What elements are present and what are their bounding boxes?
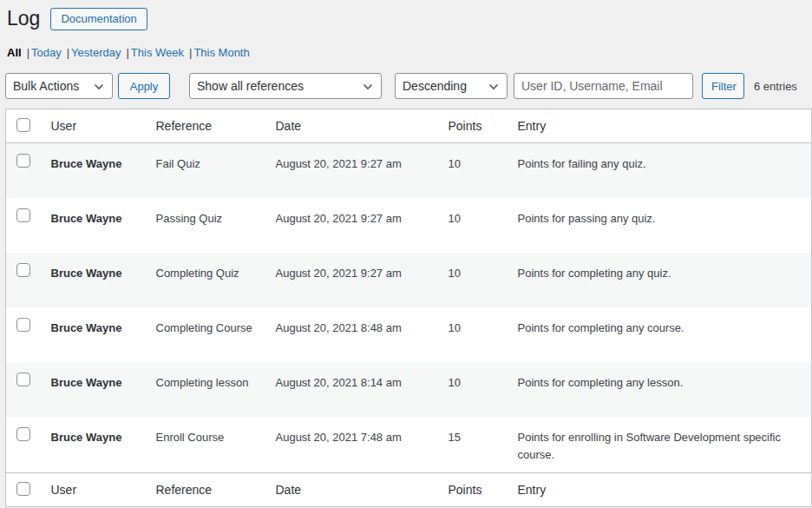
cell-date: August 20, 2021 7:48 am (269, 417, 442, 473)
filter-item: This Week | (131, 46, 194, 59)
table-row: Bruce Wayne Completing Course August 20,… (6, 307, 812, 362)
row-checkbox[interactable] (16, 373, 30, 386)
column-header-user: User (44, 109, 149, 143)
column-header-points: Points (442, 109, 511, 143)
table-row: Bruce Wayne Fail Quiz August 20, 2021 9:… (6, 143, 812, 198)
cell-points: 15 (442, 417, 511, 473)
filter-link-this-month[interactable]: This Month (193, 46, 249, 59)
footer-column-user: User (44, 473, 149, 507)
column-header-date: Date (269, 109, 442, 143)
documentation-button[interactable]: Documentation (50, 8, 147, 31)
bulk-actions-select[interactable]: Bulk Actions (5, 73, 113, 99)
filter-link-this-week[interactable]: This Week (131, 46, 184, 59)
cell-date: August 20, 2021 8:48 am (269, 307, 442, 362)
filter-separator: | (189, 46, 192, 59)
cell-reference: Enroll Course (149, 417, 269, 473)
cell-reference: Completing lesson (149, 362, 269, 417)
table-footer: User Reference Date Points Entry (6, 473, 812, 507)
order-select-wrap: Descending (395, 73, 508, 99)
cell-points: 10 (442, 307, 511, 362)
column-header-reference: Reference (149, 109, 269, 143)
cell-entry: Points for failing any quiz. (511, 143, 812, 198)
cell-reference: Completing Course (149, 307, 269, 362)
toolbar: Bulk Actions Apply Show all references D… (5, 73, 809, 99)
row-checkbox[interactable] (16, 263, 30, 277)
cell-points: 10 (442, 253, 511, 307)
date-filter-links: All | Today | Yesterday | This Week | Th… (7, 46, 809, 59)
filter-item: This Month (193, 46, 249, 59)
filter-item: All | (7, 46, 31, 59)
bulk-actions-select-wrap: Bulk Actions (5, 73, 113, 99)
search-input[interactable] (514, 73, 693, 99)
cell-entry: Points for completing any course. (511, 307, 812, 362)
cell-date: August 20, 2021 9:27 am (269, 198, 442, 253)
cell-reference: Fail Quiz (149, 143, 269, 198)
references-select-wrap: Show all references (189, 73, 382, 99)
cell-entry: Points for passing any quiz. (511, 198, 812, 253)
select-all-checkbox-bottom[interactable] (16, 482, 30, 496)
cell-entry: Points for completing any lesson. (511, 362, 812, 417)
footer-column-reference: Reference (149, 473, 269, 507)
filter-button[interactable]: Filter (702, 73, 744, 99)
footer-column-date: Date (269, 473, 442, 507)
table-row: Bruce Wayne Passing Quiz August 20, 2021… (6, 198, 812, 253)
cell-points: 10 (442, 362, 511, 417)
filter-separator: | (67, 46, 69, 59)
order-filter-select[interactable]: Descending (395, 73, 508, 99)
filter-separator: | (126, 46, 128, 59)
filter-item: Yesterday | (71, 46, 131, 59)
cell-user: Bruce Wayne (44, 307, 149, 362)
cell-reference: Completing Quiz (149, 253, 269, 307)
filter-link-all[interactable]: All (7, 46, 22, 59)
filter-item: Today | (31, 46, 71, 59)
column-header-entry: Entry (511, 109, 812, 143)
cell-date: August 20, 2021 9:27 am (269, 253, 442, 307)
apply-button[interactable]: Apply (118, 73, 170, 99)
cell-user: Bruce Wayne (44, 198, 149, 253)
cell-user: Bruce Wayne (44, 143, 149, 198)
entries-count: 6 entries (754, 80, 797, 93)
table-row: Bruce Wayne Completing lesson August 20,… (6, 362, 812, 417)
row-checkbox[interactable] (16, 154, 30, 168)
row-checkbox[interactable] (16, 318, 30, 332)
cell-user: Bruce Wayne (44, 362, 149, 417)
select-all-checkbox[interactable] (16, 118, 30, 132)
table-row: Bruce Wayne Enroll Course August 20, 202… (6, 417, 812, 473)
cell-user: Bruce Wayne (44, 253, 149, 307)
page-title: Log (7, 6, 40, 32)
table-row: Bruce Wayne Completing Quiz August 20, 2… (6, 253, 812, 307)
footer-column-entry: Entry (511, 473, 812, 507)
references-filter-select[interactable]: Show all references (189, 73, 382, 99)
filter-link-yesterday[interactable]: Yesterday (71, 46, 121, 59)
cell-entry: Points for enrolling in Software Develop… (511, 417, 812, 473)
page-header: Log Documentation (3, 5, 809, 33)
table-header: User Reference Date Points Entry (6, 109, 812, 143)
row-checkbox[interactable] (16, 427, 30, 441)
filter-link-today[interactable]: Today (31, 46, 62, 59)
cell-reference: Passing Quiz (149, 198, 269, 253)
cell-entry: Points for completing any quiz. (511, 253, 812, 307)
filter-separator: | (27, 46, 29, 59)
log-table-body: Bruce Wayne Fail Quiz August 20, 2021 9:… (6, 143, 812, 473)
cell-date: August 20, 2021 9:27 am (269, 143, 442, 198)
cell-user: Bruce Wayne (44, 417, 149, 473)
footer-column-points: Points (442, 473, 511, 507)
log-page: Log Documentation All | Today | Yesterda… (0, 0, 812, 507)
row-checkbox[interactable] (16, 208, 30, 222)
log-table: User Reference Date Points Entry Bruce W… (5, 109, 812, 507)
cell-date: August 20, 2021 8:14 am (269, 362, 442, 417)
cell-points: 10 (442, 143, 511, 198)
cell-points: 10 (442, 198, 511, 253)
